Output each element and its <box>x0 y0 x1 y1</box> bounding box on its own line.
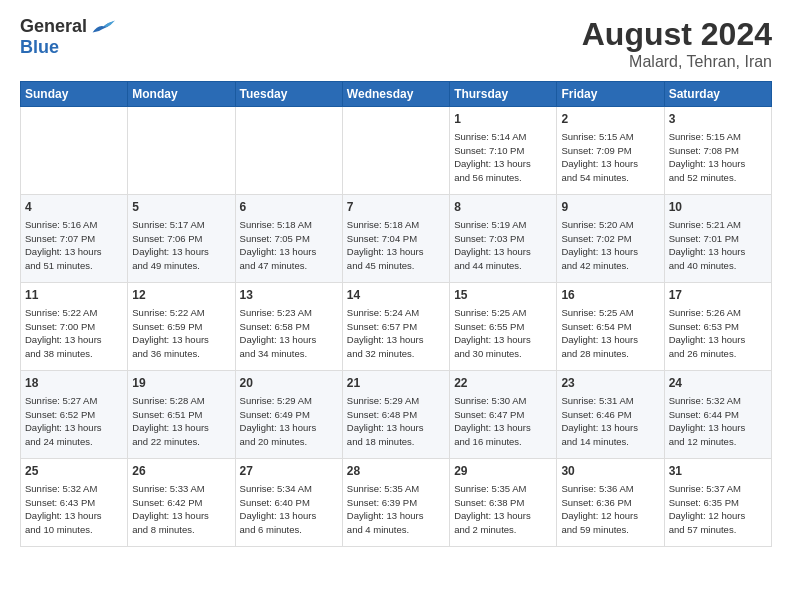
header-tuesday: Tuesday <box>235 82 342 107</box>
table-row: 15Sunrise: 5:25 AMSunset: 6:55 PMDayligh… <box>450 283 557 371</box>
calendar-week-4: 18Sunrise: 5:27 AMSunset: 6:52 PMDayligh… <box>21 371 772 459</box>
table-row <box>235 107 342 195</box>
day-number: 28 <box>347 463 445 480</box>
day-number: 13 <box>240 287 338 304</box>
day-info: Sunrise: 5:35 AMSunset: 6:39 PMDaylight:… <box>347 482 445 537</box>
day-info: Sunrise: 5:15 AMSunset: 7:08 PMDaylight:… <box>669 130 767 185</box>
table-row: 14Sunrise: 5:24 AMSunset: 6:57 PMDayligh… <box>342 283 449 371</box>
table-row: 28Sunrise: 5:35 AMSunset: 6:39 PMDayligh… <box>342 459 449 547</box>
day-number: 31 <box>669 463 767 480</box>
calendar-week-5: 25Sunrise: 5:32 AMSunset: 6:43 PMDayligh… <box>21 459 772 547</box>
table-row: 19Sunrise: 5:28 AMSunset: 6:51 PMDayligh… <box>128 371 235 459</box>
day-info: Sunrise: 5:16 AMSunset: 7:07 PMDaylight:… <box>25 218 123 273</box>
table-row: 25Sunrise: 5:32 AMSunset: 6:43 PMDayligh… <box>21 459 128 547</box>
day-number: 29 <box>454 463 552 480</box>
day-number: 20 <box>240 375 338 392</box>
table-row: 20Sunrise: 5:29 AMSunset: 6:49 PMDayligh… <box>235 371 342 459</box>
table-row: 17Sunrise: 5:26 AMSunset: 6:53 PMDayligh… <box>664 283 771 371</box>
day-number: 26 <box>132 463 230 480</box>
day-info: Sunrise: 5:25 AMSunset: 6:54 PMDaylight:… <box>561 306 659 361</box>
header-monday: Monday <box>128 82 235 107</box>
day-info: Sunrise: 5:30 AMSunset: 6:47 PMDaylight:… <box>454 394 552 449</box>
day-info: Sunrise: 5:26 AMSunset: 6:53 PMDaylight:… <box>669 306 767 361</box>
header-sunday: Sunday <box>21 82 128 107</box>
day-number: 15 <box>454 287 552 304</box>
day-info: Sunrise: 5:18 AMSunset: 7:05 PMDaylight:… <box>240 218 338 273</box>
table-row: 21Sunrise: 5:29 AMSunset: 6:48 PMDayligh… <box>342 371 449 459</box>
day-number: 30 <box>561 463 659 480</box>
table-row: 29Sunrise: 5:35 AMSunset: 6:38 PMDayligh… <box>450 459 557 547</box>
day-info: Sunrise: 5:18 AMSunset: 7:04 PMDaylight:… <box>347 218 445 273</box>
calendar-table: Sunday Monday Tuesday Wednesday Thursday… <box>20 81 772 547</box>
day-info: Sunrise: 5:17 AMSunset: 7:06 PMDaylight:… <box>132 218 230 273</box>
table-row: 11Sunrise: 5:22 AMSunset: 7:00 PMDayligh… <box>21 283 128 371</box>
day-info: Sunrise: 5:25 AMSunset: 6:55 PMDaylight:… <box>454 306 552 361</box>
table-row: 1Sunrise: 5:14 AMSunset: 7:10 PMDaylight… <box>450 107 557 195</box>
table-row: 30Sunrise: 5:36 AMSunset: 6:36 PMDayligh… <box>557 459 664 547</box>
table-row: 13Sunrise: 5:23 AMSunset: 6:58 PMDayligh… <box>235 283 342 371</box>
table-row <box>128 107 235 195</box>
calendar-week-1: 1Sunrise: 5:14 AMSunset: 7:10 PMDaylight… <box>21 107 772 195</box>
day-number: 18 <box>25 375 123 392</box>
table-row: 31Sunrise: 5:37 AMSunset: 6:35 PMDayligh… <box>664 459 771 547</box>
day-number: 11 <box>25 287 123 304</box>
day-info: Sunrise: 5:37 AMSunset: 6:35 PMDaylight:… <box>669 482 767 537</box>
sub-title: Malard, Tehran, Iran <box>582 53 772 71</box>
day-number: 10 <box>669 199 767 216</box>
calendar-week-3: 11Sunrise: 5:22 AMSunset: 7:00 PMDayligh… <box>21 283 772 371</box>
table-row: 23Sunrise: 5:31 AMSunset: 6:46 PMDayligh… <box>557 371 664 459</box>
logo-general-text: General <box>20 16 87 37</box>
day-info: Sunrise: 5:19 AMSunset: 7:03 PMDaylight:… <box>454 218 552 273</box>
table-row: 8Sunrise: 5:19 AMSunset: 7:03 PMDaylight… <box>450 195 557 283</box>
logo-bird-icon <box>91 17 115 37</box>
day-number: 3 <box>669 111 767 128</box>
day-number: 16 <box>561 287 659 304</box>
day-number: 14 <box>347 287 445 304</box>
day-number: 7 <box>347 199 445 216</box>
table-row: 27Sunrise: 5:34 AMSunset: 6:40 PMDayligh… <box>235 459 342 547</box>
table-row: 16Sunrise: 5:25 AMSunset: 6:54 PMDayligh… <box>557 283 664 371</box>
day-number: 22 <box>454 375 552 392</box>
day-info: Sunrise: 5:29 AMSunset: 6:48 PMDaylight:… <box>347 394 445 449</box>
day-number: 17 <box>669 287 767 304</box>
header-friday: Friday <box>557 82 664 107</box>
table-row: 26Sunrise: 5:33 AMSunset: 6:42 PMDayligh… <box>128 459 235 547</box>
table-row: 10Sunrise: 5:21 AMSunset: 7:01 PMDayligh… <box>664 195 771 283</box>
day-info: Sunrise: 5:14 AMSunset: 7:10 PMDaylight:… <box>454 130 552 185</box>
table-row <box>342 107 449 195</box>
table-row: 7Sunrise: 5:18 AMSunset: 7:04 PMDaylight… <box>342 195 449 283</box>
day-number: 8 <box>454 199 552 216</box>
day-number: 2 <box>561 111 659 128</box>
table-row: 3Sunrise: 5:15 AMSunset: 7:08 PMDaylight… <box>664 107 771 195</box>
day-info: Sunrise: 5:32 AMSunset: 6:44 PMDaylight:… <box>669 394 767 449</box>
day-info: Sunrise: 5:22 AMSunset: 6:59 PMDaylight:… <box>132 306 230 361</box>
day-number: 12 <box>132 287 230 304</box>
day-info: Sunrise: 5:27 AMSunset: 6:52 PMDaylight:… <box>25 394 123 449</box>
day-info: Sunrise: 5:24 AMSunset: 6:57 PMDaylight:… <box>347 306 445 361</box>
table-row: 5Sunrise: 5:17 AMSunset: 7:06 PMDaylight… <box>128 195 235 283</box>
header: General Blue August 2024 Malard, Tehran,… <box>20 16 772 71</box>
table-row: 2Sunrise: 5:15 AMSunset: 7:09 PMDaylight… <box>557 107 664 195</box>
day-info: Sunrise: 5:31 AMSunset: 6:46 PMDaylight:… <box>561 394 659 449</box>
day-info: Sunrise: 5:34 AMSunset: 6:40 PMDaylight:… <box>240 482 338 537</box>
table-row: 18Sunrise: 5:27 AMSunset: 6:52 PMDayligh… <box>21 371 128 459</box>
calendar-header-row: Sunday Monday Tuesday Wednesday Thursday… <box>21 82 772 107</box>
day-info: Sunrise: 5:28 AMSunset: 6:51 PMDaylight:… <box>132 394 230 449</box>
day-info: Sunrise: 5:32 AMSunset: 6:43 PMDaylight:… <box>25 482 123 537</box>
day-number: 21 <box>347 375 445 392</box>
day-number: 6 <box>240 199 338 216</box>
day-info: Sunrise: 5:33 AMSunset: 6:42 PMDaylight:… <box>132 482 230 537</box>
page: General Blue August 2024 Malard, Tehran,… <box>0 0 792 612</box>
day-info: Sunrise: 5:15 AMSunset: 7:09 PMDaylight:… <box>561 130 659 185</box>
header-thursday: Thursday <box>450 82 557 107</box>
day-number: 25 <box>25 463 123 480</box>
table-row: 6Sunrise: 5:18 AMSunset: 7:05 PMDaylight… <box>235 195 342 283</box>
table-row: 24Sunrise: 5:32 AMSunset: 6:44 PMDayligh… <box>664 371 771 459</box>
title-block: August 2024 Malard, Tehran, Iran <box>582 16 772 71</box>
header-wednesday: Wednesday <box>342 82 449 107</box>
table-row <box>21 107 128 195</box>
day-number: 27 <box>240 463 338 480</box>
day-info: Sunrise: 5:29 AMSunset: 6:49 PMDaylight:… <box>240 394 338 449</box>
day-info: Sunrise: 5:20 AMSunset: 7:02 PMDaylight:… <box>561 218 659 273</box>
day-info: Sunrise: 5:35 AMSunset: 6:38 PMDaylight:… <box>454 482 552 537</box>
